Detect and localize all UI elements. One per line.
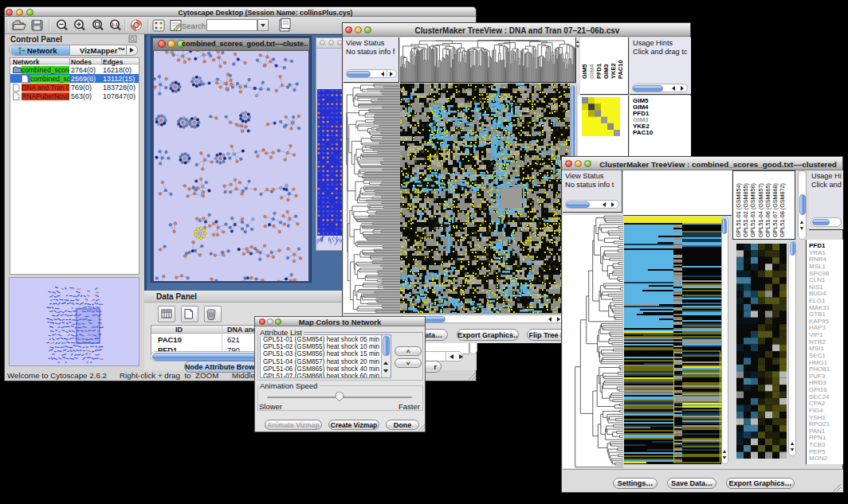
svg-text:GPL51-04 (GSM857): GPL51-04 (GSM857) xyxy=(757,183,764,237)
svg-text:BUD4: BUD4 xyxy=(809,290,826,297)
svg-text:GPL51-08 (GSM872): GPL51-08 (GSM872) xyxy=(779,183,786,237)
svg-text:PFD1: PFD1 xyxy=(595,64,603,79)
svg-text:GIM4: GIM4 xyxy=(588,64,595,79)
svg-text:GIM3: GIM3 xyxy=(603,64,610,79)
svg-text:GPL51-06 (GSM865): GPL51-06 (GSM865) xyxy=(764,183,771,237)
svg-text:GPL51-01 (GSM854): GPL51-01 (GSM854) xyxy=(735,183,742,237)
svg-text:HMG1: HMG1 xyxy=(809,359,828,366)
svg-text:YKE2: YKE2 xyxy=(610,63,617,79)
svg-text:GPL51-03 (GSM856): GPL51-03 (GSM856) xyxy=(749,183,756,237)
svg-text:PAN1: PAN1 xyxy=(809,428,826,435)
svg-text:MON2: MON2 xyxy=(809,455,828,462)
svg-text:GPL51-02 (GSM855): GPL51-02 (GSM855) xyxy=(742,183,749,237)
svg-text:GIM5: GIM5 xyxy=(581,64,588,79)
svg-text:RNR4: RNR4 xyxy=(809,256,826,263)
svg-text:HAP3: HAP3 xyxy=(809,324,826,331)
svg-text:PAC10: PAC10 xyxy=(617,60,624,79)
svg-text:1:1: 1:1 xyxy=(112,22,118,27)
svg-text:GPL51-07 (GSM868): GPL51-07 (GSM868) xyxy=(771,183,779,237)
svg-text:Search:: Search: xyxy=(182,21,208,30)
svg-text:SEC24: SEC24 xyxy=(809,393,830,400)
